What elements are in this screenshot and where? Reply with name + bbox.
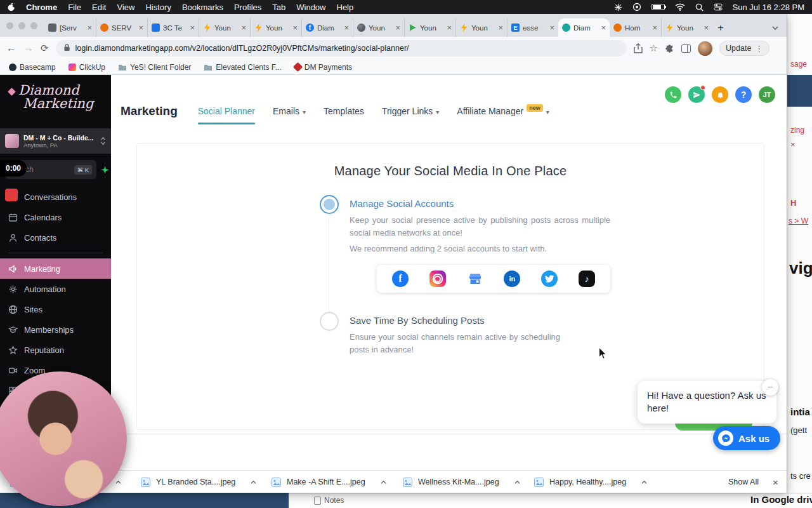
menu-bookmarks[interactable]: Bookmarks <box>182 3 223 12</box>
facebook-icon[interactable]: f <box>392 271 409 287</box>
extensions-puzzle-icon[interactable] <box>665 44 674 53</box>
linkedin-icon[interactable]: in <box>504 271 520 287</box>
close-window-button[interactable] <box>6 22 13 29</box>
browser-tab[interactable]: Youn <box>250 18 301 37</box>
search-icon[interactable] <box>695 3 704 11</box>
minimize-window-button[interactable] <box>18 22 25 29</box>
stop-recording-button[interactable] <box>5 189 18 201</box>
tab-close-icon[interactable] <box>496 23 503 32</box>
browser-tab[interactable]: Youn <box>455 18 507 37</box>
menu-profiles[interactable]: Profiles <box>234 3 261 12</box>
menu-edit[interactable]: Edit <box>92 3 106 12</box>
bookmark-dm-payments[interactable]: DM Payments <box>294 63 352 72</box>
send-icon[interactable] <box>688 86 705 103</box>
tab-close-icon[interactable] <box>599 23 606 32</box>
forward-button[interactable]: → <box>23 43 34 54</box>
bookmark-elevated-clients[interactable]: Elevated Cients F... <box>204 63 281 72</box>
step2-title[interactable]: Save Time By Scheduling Posts <box>350 315 581 326</box>
sidebar-item-memberships[interactable]: Memberships <box>0 319 111 340</box>
twitter-icon[interactable] <box>541 271 558 287</box>
tab-overflow-chevron-icon[interactable] <box>771 22 779 33</box>
tab-close-icon[interactable] <box>650 23 657 32</box>
chevron-up-icon[interactable] <box>250 480 257 485</box>
instagram-icon[interactable] <box>429 271 446 287</box>
chrome-update-button[interactable]: Update <box>719 41 769 56</box>
back-button[interactable]: ← <box>6 43 16 54</box>
tiktok-icon[interactable]: ♪ <box>579 271 595 287</box>
bell-icon[interactable] <box>712 86 728 103</box>
browser-tab-active[interactable]: Diam <box>558 18 610 37</box>
browser-tab[interactable]: [Serv <box>44 18 96 37</box>
chevron-up-icon[interactable] <box>115 480 122 485</box>
download-item[interactable]: YL Branded Sta....jpeg <box>141 471 257 493</box>
chat-minimize-button[interactable]: − <box>762 379 778 396</box>
sidebar-item-marketing[interactable]: Marketing <box>0 258 111 279</box>
browser-tab[interactable]: SERV <box>96 18 147 37</box>
new-tab-button[interactable]: + <box>712 18 729 37</box>
tab-close-icon[interactable] <box>393 23 400 32</box>
wifi-icon[interactable] <box>675 3 685 11</box>
sidebar-item-sites[interactable]: Sites <box>0 299 111 319</box>
window-controls[interactable] <box>6 22 37 29</box>
browser-tab[interactable]: Youn <box>199 18 250 37</box>
close-downloads-bar-icon[interactable]: × <box>773 471 778 493</box>
tab-close-icon[interactable] <box>291 23 298 32</box>
sidebar-item-automation[interactable]: Automation <box>0 279 111 299</box>
tab-trigger-links[interactable]: Trigger Links <box>382 106 439 116</box>
tab-close-icon[interactable] <box>85 23 92 32</box>
recording-timer[interactable]: 0:00 <box>0 160 27 177</box>
side-panel-icon[interactable] <box>681 44 691 53</box>
chevron-up-icon[interactable] <box>514 480 521 485</box>
tab-close-icon[interactable] <box>342 23 349 32</box>
browser-tab[interactable]: Hom <box>610 18 661 37</box>
bookmark-basecamp[interactable]: Basecamp <box>9 63 56 72</box>
browser-tab[interactable]: Youn <box>661 18 712 37</box>
menu-tab[interactable]: Tab <box>272 3 285 12</box>
menu-view[interactable]: View <box>117 3 134 12</box>
tab-close-icon[interactable] <box>136 23 143 32</box>
share-icon[interactable] <box>634 43 643 53</box>
record-icon[interactable] <box>632 3 641 11</box>
tab-close-icon[interactable] <box>188 23 195 32</box>
browser-tab[interactable]: Diam <box>301 18 353 37</box>
show-all-downloads-button[interactable]: Show All <box>728 471 759 493</box>
user-avatar[interactable]: JT <box>759 86 775 103</box>
bookmark-star-icon[interactable]: ☆ <box>650 43 658 54</box>
download-item[interactable]: Happy, Healthy....jpeg <box>534 471 648 493</box>
menu-app-name[interactable]: Chrome <box>26 3 57 12</box>
tab-close-icon[interactable] <box>445 23 452 32</box>
step1-radio[interactable] <box>320 195 339 214</box>
download-item[interactable]: Wellness Kit-Ma....jpeg <box>403 471 521 493</box>
download-item[interactable]: Make -A Shift E....jpeg <box>272 471 387 493</box>
tab-close-icon[interactable] <box>702 23 709 32</box>
menu-file[interactable]: File <box>68 3 81 12</box>
google-business-icon[interactable] <box>467 271 483 287</box>
sidebar-item-calendars[interactable]: Calendars <box>0 207 111 227</box>
reload-button[interactable]: ⟳ <box>41 43 49 54</box>
menu-help[interactable]: Help <box>337 3 354 12</box>
control-center-icon[interactable] <box>714 3 723 11</box>
profile-avatar[interactable] <box>698 41 712 56</box>
tab-close-icon[interactable] <box>547 23 554 32</box>
menu-bar-clock[interactable]: Sun Jul 16 2:28 PM <box>733 3 804 12</box>
tab-close-icon[interactable] <box>239 23 246 32</box>
step1-title[interactable]: Manage Social Accounts <box>350 198 610 209</box>
kebab-menu-icon[interactable] <box>755 44 763 53</box>
menu-history[interactable]: History <box>145 3 171 12</box>
browser-tab[interactable]: esse <box>507 18 558 37</box>
ask-us-button[interactable]: Ask us <box>713 426 780 450</box>
step2-radio[interactable] <box>320 312 339 331</box>
apple-logo-icon[interactable] <box>8 3 15 11</box>
browser-tab[interactable]: Youn <box>353 18 404 37</box>
tab-emails[interactable]: Emails <box>273 106 306 116</box>
location-switcher[interactable]: DM - M + Co - Builde... Anytown, PA <box>0 128 111 154</box>
chevron-up-icon[interactable] <box>380 480 387 485</box>
bookmark-yes-client-folder[interactable]: YeS! Client Folder <box>118 63 191 72</box>
tab-affiliate-manager[interactable]: Affiliate Managernew <box>457 106 549 116</box>
tab-social-planner[interactable]: Social Planner <box>198 106 255 116</box>
help-icon[interactable]: ? <box>735 86 752 103</box>
bookmark-clickup[interactable]: ClickUp <box>69 63 105 72</box>
zoom-window-button[interactable] <box>30 22 37 29</box>
tab-templates[interactable]: Templates <box>324 106 364 116</box>
address-bar[interactable]: login.diamondmarketingapp.com/v2/locatio… <box>56 40 627 57</box>
